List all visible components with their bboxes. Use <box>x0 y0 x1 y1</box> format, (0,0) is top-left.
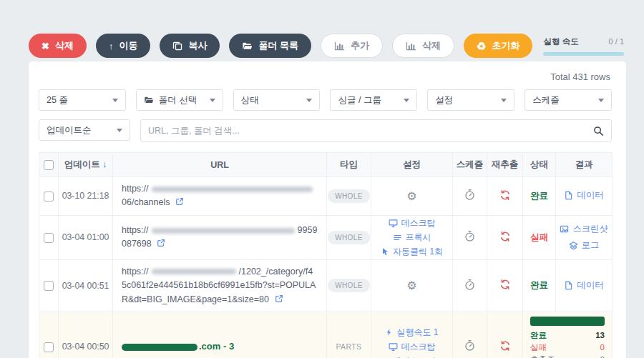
document-icon <box>564 191 573 200</box>
add-button[interactable]: 추가 <box>321 34 383 58</box>
refresh-icon[interactable] <box>499 231 511 242</box>
reset-button-label: 초기화 <box>492 39 519 52</box>
gear-icon[interactable]: ⚙ <box>406 190 416 202</box>
folder-select-value: 폴더 선택 <box>159 94 205 106</box>
chevron-down-icon <box>112 99 118 102</box>
refresh-icon[interactable] <box>499 340 511 352</box>
bar-chart-icon <box>406 41 416 51</box>
status-badge: 완료 <box>530 280 548 290</box>
log-link[interactable]: 로그 <box>569 239 600 252</box>
search-icon[interactable] <box>593 126 604 136</box>
stopwatch-icon[interactable] <box>464 230 476 242</box>
row-update-time: 03-04 00:51 <box>59 259 113 312</box>
data-link[interactable]: 데이터 <box>564 279 604 292</box>
redacted-url-segment <box>152 228 295 234</box>
stopwatch-icon[interactable] <box>464 189 476 201</box>
chevron-down-icon <box>117 129 122 132</box>
single-group-value: 싱글 / 그룹 <box>338 94 399 106</box>
search-bar <box>140 119 612 142</box>
schedule-select[interactable]: 스케줄 <box>525 89 612 111</box>
sort-select[interactable]: 업데이트순 <box>39 119 130 141</box>
setting-autoclick[interactable]: 자동클릭 1회 <box>381 246 443 258</box>
row-update-time: 03-04 00:50 <box>59 312 113 358</box>
row-url: https://9959 087698 <box>113 215 327 259</box>
external-link-icon[interactable] <box>157 239 165 247</box>
remove-button[interactable]: 삭제 <box>392 34 454 58</box>
col-header-status[interactable]: 상태 <box>523 153 556 177</box>
settings-select-value: 설정 <box>435 94 496 106</box>
col-header-result[interactable]: 결과 <box>556 153 613 177</box>
screenshot-link[interactable]: 스크린샷 <box>560 223 608 235</box>
row-checkbox[interactable] <box>44 233 54 243</box>
copy-icon <box>172 41 182 51</box>
row-checkbox[interactable] <box>44 342 54 352</box>
select-all-checkbox[interactable] <box>44 160 54 170</box>
bar-chart-icon <box>334 41 345 51</box>
chevron-down-icon <box>598 99 604 102</box>
filter-row: 25 줄 폴더 선택 상태 싱글 / 그룹 설정 스케줄 <box>39 89 612 111</box>
single-group-select[interactable]: 싱글 / 그룹 <box>330 89 417 111</box>
type-badge: WHOLE <box>328 231 370 244</box>
document-icon <box>564 281 573 290</box>
bolt-icon <box>385 328 393 337</box>
col-header-settings[interactable]: 설정 <box>371 153 453 177</box>
row-checkbox[interactable] <box>44 192 54 202</box>
external-link-icon[interactable] <box>175 197 184 206</box>
row-url: https:///1202_/category/f45c061f2e444561… <box>113 259 327 312</box>
col-header-type[interactable]: 타입 <box>327 153 371 177</box>
delete-button[interactable]: ✖ 삭제 <box>29 34 87 58</box>
status-select-value: 상태 <box>241 94 302 106</box>
group-progress-bar <box>530 317 605 326</box>
col-header-reextract[interactable]: 재추출 <box>487 153 523 177</box>
setting-desktop[interactable]: 데스크탑 <box>389 341 436 353</box>
chevron-down-icon <box>210 99 215 102</box>
run-speed-value: 0 / 1 <box>609 37 624 46</box>
remove-button-label: 삭제 <box>422 39 441 52</box>
gear-icon[interactable]: ⚙ <box>406 279 416 292</box>
setting-desktop[interactable]: 데스크탑 <box>389 217 436 229</box>
refresh-icon[interactable] <box>499 279 511 290</box>
add-button-label: 추가 <box>351 39 369 52</box>
status-badge: 실패 <box>530 232 548 242</box>
recycle-icon: ♻ <box>477 41 486 51</box>
row-group-name[interactable]: .com - 3 <box>113 312 327 358</box>
col-header-update[interactable]: 업데이트 ↓ <box>59 153 113 177</box>
image-icon <box>560 224 569 234</box>
sort-select-value: 업데이트순 <box>47 124 112 136</box>
run-speed-widget: 실행 속도 0 / 1 <box>543 36 624 56</box>
total-rows-count: Total 431 rows <box>39 71 610 82</box>
folder-list-button[interactable]: 폴더 목록 <box>229 34 311 58</box>
rows-per-page-select[interactable]: 25 줄 <box>39 89 126 111</box>
col-header-url[interactable]: URL <box>113 153 327 177</box>
col-header-schedule[interactable]: 스케줄 <box>453 153 487 177</box>
copy-button[interactable]: 복사 <box>160 34 220 58</box>
search-input[interactable] <box>148 126 593 136</box>
reset-button[interactable]: ♻ 초기화 <box>464 34 532 58</box>
setting-proxy[interactable]: 프록시 <box>393 232 431 244</box>
table-row: 03-04 01:00 https://9959 087698 WHOLE 데스… <box>39 215 613 259</box>
row-checkbox[interactable] <box>44 281 54 291</box>
row-url: https:// 06/channels <box>113 177 327 216</box>
status-select[interactable]: 상태 <box>233 89 321 111</box>
setting-action-script[interactable]: 액션스크립트 <box>380 355 444 358</box>
search-row: 업데이트순 <box>39 119 612 142</box>
chevron-down-icon <box>306 99 312 102</box>
rows-per-page-value: 25 줄 <box>47 94 107 106</box>
external-link-icon[interactable] <box>275 294 283 303</box>
toolbar: ✖ 삭제 ↑ 이동 복사 폴더 목록 추가 삭제 ♻ 초기화 실행 속도 0 /… <box>29 34 624 58</box>
settings-select[interactable]: 설정 <box>427 89 514 111</box>
move-button[interactable]: ↑ 이동 <box>96 34 151 58</box>
move-button-label: 이동 <box>119 39 137 52</box>
status-badge: 완료 <box>530 191 548 201</box>
list-icon <box>393 233 402 242</box>
stopwatch-icon[interactable] <box>464 279 476 291</box>
refresh-icon[interactable] <box>499 189 511 201</box>
data-link[interactable]: 데이터 <box>564 189 604 202</box>
chevron-down-icon <box>404 99 409 102</box>
schedule-select-value: 스케줄 <box>532 94 593 106</box>
list-card: Total 431 rows 25 줄 폴더 선택 상태 싱글 / 그룹 설정 … <box>29 61 626 358</box>
stat-extracting: 추출중0 <box>530 354 605 358</box>
setting-run-speed[interactable]: 실행속도 1 <box>385 327 438 339</box>
folder-select[interactable]: 폴더 선택 <box>136 89 223 111</box>
stopwatch-icon[interactable] <box>464 339 476 352</box>
